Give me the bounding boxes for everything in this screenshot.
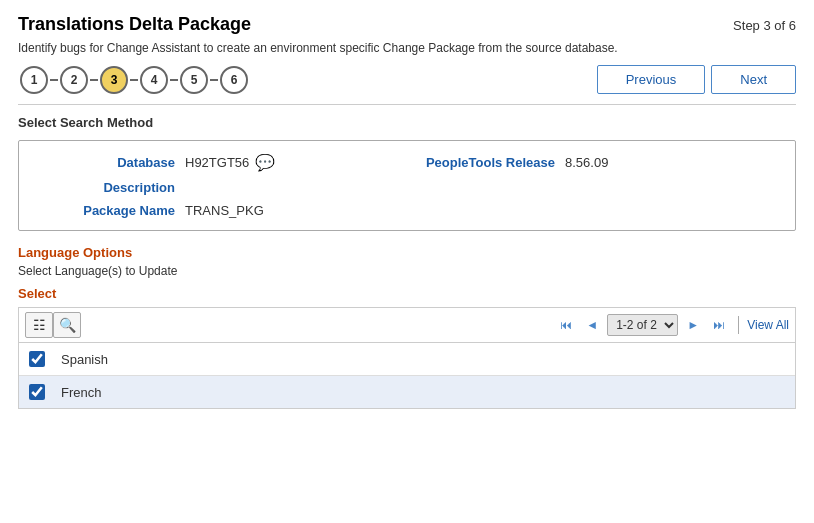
step-1[interactable]: 1 — [20, 66, 48, 94]
package-name-label: Package Name — [35, 203, 185, 218]
pagination-area: ⏮ ◄ 1-2 of 2 ► ⏭ View All — [555, 314, 789, 336]
prev-page-button[interactable]: ◄ — [581, 314, 603, 336]
comment-icon[interactable]: 💬 — [255, 153, 275, 172]
language-table-container: ☷ 🔍 ⏮ ◄ 1-2 of 2 ► ⏭ View All Spanish — [18, 307, 796, 409]
french-label: French — [61, 385, 101, 400]
spanish-checkbox[interactable] — [29, 351, 45, 367]
step-connector-2 — [90, 79, 98, 81]
wizard-steps: 1 2 3 4 5 6 — [18, 66, 250, 94]
grid-icon: ☷ — [33, 317, 46, 333]
next-button[interactable]: Next — [711, 65, 796, 94]
last-page-button[interactable]: ⏭ — [708, 314, 730, 336]
search-method-label: Select Search Method — [18, 115, 796, 130]
step-3[interactable]: 3 — [100, 66, 128, 94]
grid-view-button[interactable]: ☷ — [25, 312, 53, 338]
first-page-button[interactable]: ⏮ — [555, 314, 577, 336]
language-options-title: Language Options — [18, 245, 796, 260]
peopletools-value: 8.56.09 — [565, 155, 665, 170]
description-label: Description — [35, 180, 185, 195]
spanish-label: Spanish — [61, 352, 108, 367]
step-connector-5 — [210, 79, 218, 81]
step-connector-1 — [50, 79, 58, 81]
peopletools-label: PeopleTools Release — [365, 155, 565, 170]
table-toolbar: ☷ 🔍 ⏮ ◄ 1-2 of 2 ► ⏭ View All — [19, 308, 795, 343]
info-panel: Database H92TGT56 💬 PeopleTools Release … — [18, 140, 796, 231]
package-name-value: TRANS_PKG — [185, 203, 365, 218]
search-button[interactable]: 🔍 — [53, 312, 81, 338]
view-all-button[interactable]: View All — [747, 318, 789, 332]
french-checkbox[interactable] — [29, 384, 45, 400]
step-connector-4 — [170, 79, 178, 81]
step-6[interactable]: 6 — [220, 66, 248, 94]
language-row-spanish: Spanish — [19, 343, 795, 376]
page-title: Translations Delta Package — [18, 14, 251, 35]
step-2[interactable]: 2 — [60, 66, 88, 94]
language-subtitle: Select Language(s) to Update — [18, 264, 796, 278]
nav-buttons: Previous Next — [597, 65, 796, 94]
select-label: Select — [18, 286, 796, 301]
previous-button[interactable]: Previous — [597, 65, 706, 94]
database-value: H92TGT56 💬 — [185, 153, 365, 172]
wizard-nav-row: 1 2 3 4 5 6 Previous Next — [18, 65, 796, 105]
database-label: Database — [35, 155, 185, 170]
step-connector-3 — [130, 79, 138, 81]
language-row-french: French — [19, 376, 795, 408]
step-5[interactable]: 5 — [180, 66, 208, 94]
subtitle-text: Identify bugs for Change Assistant to cr… — [18, 41, 796, 55]
step-indicator: Step 3 of 6 — [733, 18, 796, 33]
search-icon: 🔍 — [59, 317, 76, 333]
next-page-button[interactable]: ► — [682, 314, 704, 336]
separator — [738, 316, 739, 334]
step-4[interactable]: 4 — [140, 66, 168, 94]
page-select[interactable]: 1-2 of 2 — [607, 314, 678, 336]
